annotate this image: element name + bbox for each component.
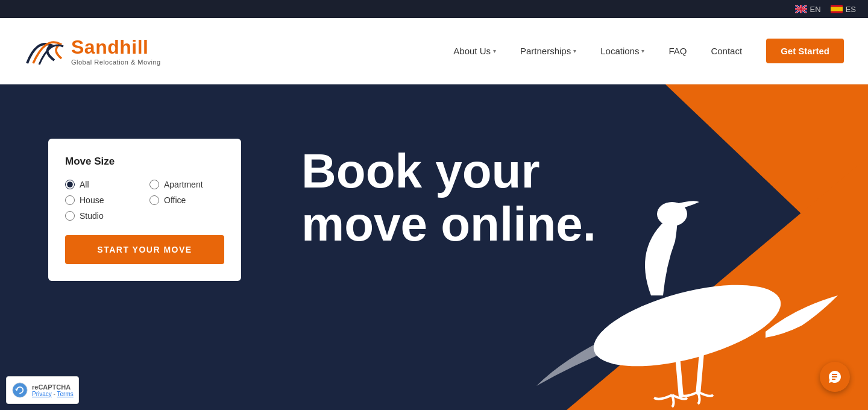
move-size-options: All Apartment House Office Studio bbox=[65, 180, 224, 221]
svg-rect-2 bbox=[831, 7, 843, 11]
option-apartment[interactable]: Apartment bbox=[149, 180, 224, 189]
recaptcha-badge: reCAPTCHA Privacy - Terms bbox=[6, 376, 79, 404]
chat-button[interactable] bbox=[820, 362, 850, 392]
lang-es[interactable]: ES bbox=[831, 5, 856, 14]
move-size-panel: Move Size All Apartment House Office Stu… bbox=[48, 139, 241, 281]
chevron-down-icon: ▾ bbox=[641, 48, 644, 54]
top-bar: EN ES bbox=[0, 0, 868, 18]
nav-contact[interactable]: Contact bbox=[699, 18, 754, 84]
logo-subtitle: Global Relocation & Moving bbox=[71, 58, 161, 66]
logo[interactable]: Sandhill Global Relocation & Moving bbox=[24, 33, 161, 69]
header: Sandhill Global Relocation & Moving Abou… bbox=[0, 18, 868, 84]
hero-headline-text: Book your move online. bbox=[301, 145, 597, 251]
chevron-down-icon: ▾ bbox=[493, 48, 496, 54]
nav-faq[interactable]: FAQ bbox=[656, 18, 699, 84]
option-studio[interactable]: Studio bbox=[65, 211, 140, 221]
logo-name: Sandhill bbox=[71, 36, 161, 58]
option-all[interactable]: All bbox=[65, 180, 140, 189]
option-house[interactable]: House bbox=[65, 195, 140, 205]
nav-partnerships[interactable]: Partnerships ▾ bbox=[508, 18, 588, 84]
get-started-button[interactable]: Get Started bbox=[766, 39, 844, 63]
nav-locations[interactable]: Locations ▾ bbox=[588, 18, 656, 84]
start-your-move-button[interactable]: START YOUR MOVE bbox=[65, 235, 224, 264]
main-nav: About Us ▾ Partnerships ▾ Locations ▾ FA… bbox=[441, 18, 844, 84]
hero-section: Move Size All Apartment House Office Stu… bbox=[0, 84, 868, 410]
nav-about-us[interactable]: About Us ▾ bbox=[441, 18, 508, 84]
move-panel-title: Move Size bbox=[65, 156, 224, 168]
svg-point-8 bbox=[13, 383, 28, 398]
option-office[interactable]: Office bbox=[149, 195, 224, 205]
hero-headline: Book your move online. bbox=[301, 145, 597, 251]
lang-en[interactable]: EN bbox=[795, 5, 821, 14]
recaptcha-privacy[interactable]: Privacy bbox=[32, 391, 52, 397]
chevron-down-icon: ▾ bbox=[573, 48, 576, 54]
recaptcha-terms[interactable]: Terms bbox=[57, 391, 74, 397]
